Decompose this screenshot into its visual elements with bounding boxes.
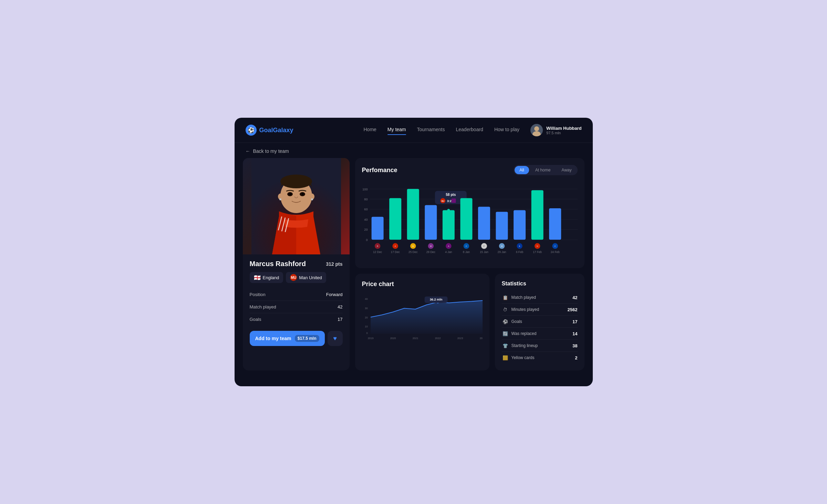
back-label: Back to my team xyxy=(253,148,289,154)
player-info: Marcus Rashford 312 pts 🏴󠁧󠁢󠁥󠁮󠁧󠁿 England … xyxy=(243,254,350,353)
player-name-row: Marcus Rashford 312 pts xyxy=(250,260,343,268)
price-tag: $17.5 mln xyxy=(295,335,319,342)
svg-text:B: B xyxy=(377,245,378,247)
svg-text:2021: 2021 xyxy=(412,337,418,340)
was-replaced-icon: 🔄 xyxy=(502,330,509,337)
user-name: William Hubbard xyxy=(546,126,581,131)
stat-minutes-played: ⏱ Minutes played 2562 xyxy=(502,304,578,316)
nav-tournaments[interactable]: Tournaments xyxy=(417,127,445,134)
stat-goals-value: 17 xyxy=(572,319,577,324)
stat-goals: ⚽ Goals 17 xyxy=(502,316,578,328)
favorite-button[interactable]: ♥ xyxy=(328,331,343,346)
statistics-card: Statistics 📋 Match played 42 ⏱ Minutes p… xyxy=(495,274,585,370)
main-content: Marcus Rashford 312 pts 🏴󠁧󠁢󠁥󠁮󠁧󠁿 England … xyxy=(235,158,593,379)
filter-away[interactable]: Away xyxy=(557,166,576,174)
logo-text-goal: Goal xyxy=(259,127,273,134)
svg-text:W: W xyxy=(412,245,414,247)
svg-text:A: A xyxy=(394,245,396,247)
svg-text:2023: 2023 xyxy=(457,337,463,340)
svg-text:29 Jan: 29 Jan xyxy=(497,251,506,254)
team-badge: MU Man United xyxy=(286,272,326,283)
svg-text:10: 10 xyxy=(365,325,368,328)
bar-5-dot xyxy=(447,209,449,211)
logo-emoji: ⚽ xyxy=(248,127,255,134)
add-btn-label: Add to my team xyxy=(255,336,291,341)
svg-text:2022: 2022 xyxy=(435,337,441,340)
country-flag: 🏴󠁧󠁢󠁥󠁮󠁧󠁿 xyxy=(254,274,261,281)
stat-was-replaced-label: Was replaced xyxy=(511,331,537,336)
svg-text:3:2: 3:2 xyxy=(447,199,451,203)
user-pts: 97.5 mln xyxy=(546,131,581,135)
goals-icon: ⚽ xyxy=(502,318,509,325)
match-played-icon: 📋 xyxy=(502,294,509,301)
stat-was-replaced: 🔄 Was replaced 14 xyxy=(502,328,578,340)
stat-minutes-played-value: 2562 xyxy=(568,307,578,312)
back-button[interactable]: ← Back to my team xyxy=(235,143,593,158)
stat-yellow-cards-label: Yellow cards xyxy=(511,355,535,360)
avatar xyxy=(530,124,543,136)
svg-text:C: C xyxy=(465,245,467,247)
bar-6 xyxy=(460,198,472,240)
svg-text:20: 20 xyxy=(365,316,368,319)
add-to-team-button[interactable]: Add to my team $17.5 mln xyxy=(250,331,325,346)
stat-goals: Goals 17 xyxy=(250,313,343,325)
stat-match-played: Match played 42 xyxy=(250,301,343,313)
back-arrow-icon: ← xyxy=(246,148,250,154)
performance-filters: All At home Away xyxy=(514,165,577,175)
right-panel: Perfomance All At home Away 100 80 60 40 xyxy=(355,158,585,370)
add-btn-row: Add to my team $17.5 mln ♥ xyxy=(250,331,343,347)
user-area: William Hubbard 97.5 mln xyxy=(530,124,581,136)
position-label: Position xyxy=(250,292,266,297)
svg-text:25 Dec: 25 Dec xyxy=(409,251,417,254)
svg-text:2019: 2019 xyxy=(368,337,373,340)
player-panel: Marcus Rashford 312 pts 🏴󠁧󠁢󠁥󠁮󠁧󠁿 England … xyxy=(243,158,350,370)
starting-lineup-icon: 👕 xyxy=(502,342,509,349)
price-area-fill xyxy=(371,301,483,334)
player-stats-list: Position Forward Match played 42 Goals 1… xyxy=(250,288,343,325)
stat-starting-lineup-value: 38 xyxy=(572,343,577,348)
logo-icon: ⚽ xyxy=(246,125,257,136)
svg-rect-29 xyxy=(451,198,456,203)
performance-chart: 100 80 60 40 20 0 xyxy=(362,181,578,261)
logo: ⚽ GoalGalaxy xyxy=(246,125,293,136)
svg-text:MU: MU xyxy=(441,200,444,202)
nav-how-to-play[interactable]: How to play xyxy=(494,127,519,134)
stat-yellow-cards-value: 2 xyxy=(575,355,577,360)
nav-home[interactable]: Home xyxy=(364,127,376,134)
svg-point-13 xyxy=(279,198,281,200)
minutes-played-icon: ⏱ xyxy=(502,306,509,313)
statistics-title: Statistics xyxy=(502,281,578,287)
bar-5-tooltip xyxy=(442,210,454,240)
player-image xyxy=(243,158,350,254)
team-label: Man United xyxy=(299,275,322,280)
svg-text:29 Dec: 29 Dec xyxy=(426,251,435,254)
bar-4 xyxy=(425,205,437,240)
svg-text:80: 80 xyxy=(364,198,368,201)
svg-point-14 xyxy=(311,198,313,200)
nav-leaderboard[interactable]: Leaderboard xyxy=(456,127,483,134)
nav-my-team[interactable]: My team xyxy=(387,127,406,134)
svg-text:6 Feb: 6 Feb xyxy=(516,251,523,254)
filter-home[interactable]: At home xyxy=(530,166,556,174)
performance-card: Perfomance All At home Away 100 80 60 40 xyxy=(355,158,585,268)
svg-text:17 Feb: 17 Feb xyxy=(533,251,542,254)
player-name: Marcus Rashford xyxy=(250,260,306,268)
bar-11 xyxy=(549,208,561,240)
player-badges: 🏴󠁧󠁢󠁥󠁮󠁧󠁿 England MU Man United xyxy=(250,272,343,283)
svg-text:N: N xyxy=(537,245,538,247)
svg-text:2024: 2024 xyxy=(479,337,482,340)
goals-label: Goals xyxy=(250,317,261,322)
stat-yellow-cards: 🟨 Yellow cards 2 xyxy=(502,352,578,364)
position-value: Forward xyxy=(326,292,343,297)
bar-9 xyxy=(514,210,526,240)
svg-point-10 xyxy=(302,193,304,195)
tooltip-pts-text: 58 pts xyxy=(446,193,456,197)
navbar: ⚽ GoalGalaxy Home My team Tournaments Le… xyxy=(235,118,593,143)
svg-text:30: 30 xyxy=(365,307,368,310)
performance-title: Perfomance xyxy=(362,167,397,174)
price-chart-area: 40 30 20 10 0 xyxy=(362,292,483,347)
user-info: William Hubbard 97.5 mln xyxy=(546,126,581,135)
bar-7 xyxy=(478,207,490,240)
filter-all[interactable]: All xyxy=(515,166,529,174)
performance-header: Perfomance All At home Away xyxy=(362,165,578,175)
